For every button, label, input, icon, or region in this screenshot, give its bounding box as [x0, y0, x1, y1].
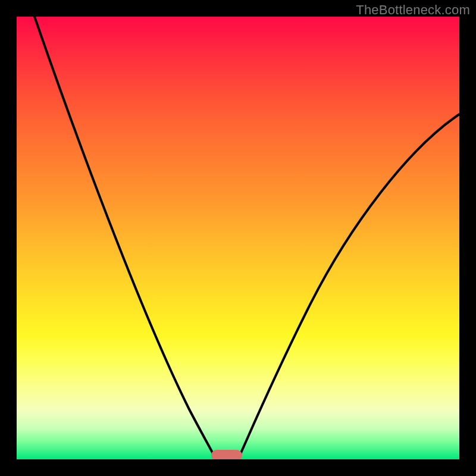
- bottleneck-indicator: [211, 450, 242, 459]
- plot-area: [17, 17, 459, 459]
- watermark-text: TheBottleneck.com: [356, 2, 470, 18]
- chart-stage: TheBottleneck.com: [0, 0, 476, 476]
- left-curve: [35, 17, 216, 459]
- curves-layer: [17, 17, 459, 459]
- right-curve: [238, 114, 459, 459]
